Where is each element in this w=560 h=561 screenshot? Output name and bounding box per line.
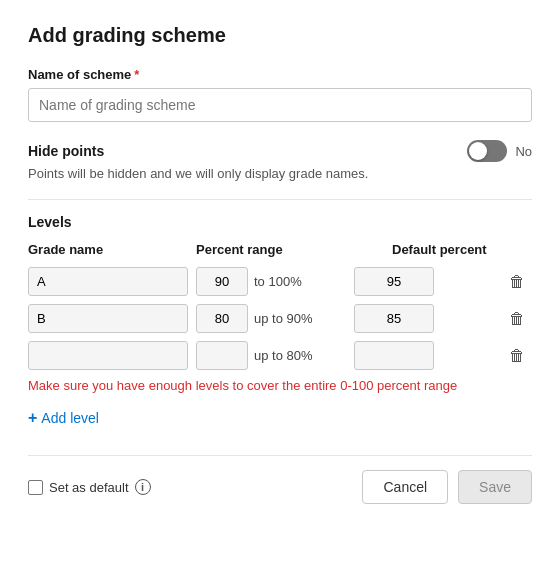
cancel-button[interactable]: Cancel [362, 470, 448, 504]
range-from-input-3[interactable] [196, 341, 248, 370]
delete-row-button-3[interactable]: 🗑 [502, 345, 532, 367]
default-percent-input-3[interactable] [354, 341, 434, 370]
page-title: Add grading scheme [28, 24, 532, 47]
error-message: Make sure you have enough levels to cove… [28, 378, 532, 393]
hide-points-toggle[interactable] [467, 140, 507, 162]
hide-points-description: Points will be hidden and we will only d… [28, 166, 532, 181]
hide-points-row: Hide points No [28, 140, 532, 162]
trash-icon-2: 🗑 [509, 310, 525, 328]
grade-name-input-2[interactable] [28, 304, 188, 333]
add-level-label: Add level [41, 410, 99, 426]
default-percent-input-2[interactable] [354, 304, 434, 333]
range-label-3: up to 80% [254, 348, 313, 363]
toggle-knob [469, 142, 487, 160]
scheme-name-label: Name of scheme* [28, 67, 532, 82]
required-indicator: * [134, 67, 139, 82]
grade-name-input-3[interactable] [28, 341, 188, 370]
percent-range-cell-2: up to 90% [196, 304, 346, 333]
add-icon: + [28, 409, 37, 427]
grade-name-header: Grade name [28, 242, 188, 257]
set-default-checkbox[interactable] [28, 480, 43, 495]
default-percent-header: Default percent [392, 242, 532, 257]
set-default-label: Set as default [49, 480, 129, 495]
range-label-1: to 100% [254, 274, 302, 289]
scheme-name-field: Name of scheme* [28, 67, 532, 122]
range-from-input-1[interactable] [196, 267, 248, 296]
save-button[interactable]: Save [458, 470, 532, 504]
range-label-2: up to 90% [254, 311, 313, 326]
default-percent-input-1[interactable] [354, 267, 434, 296]
percent-range-header: Percent range [196, 242, 384, 257]
footer: Set as default i Cancel Save [28, 455, 532, 504]
table-row: up to 90% 🗑 [28, 304, 532, 333]
levels-title: Levels [28, 214, 532, 230]
trash-icon-1: 🗑 [509, 273, 525, 291]
info-icon[interactable]: i [135, 479, 151, 495]
grade-name-input-1[interactable] [28, 267, 188, 296]
percent-range-cell-1: to 100% [196, 267, 346, 296]
hide-points-label: Hide points [28, 143, 104, 159]
set-default-area: Set as default i [28, 479, 151, 495]
table-row: up to 80% 🗑 [28, 341, 532, 370]
add-level-button[interactable]: + Add level [28, 405, 99, 431]
delete-row-button-2[interactable]: 🗑 [502, 308, 532, 330]
percent-range-cell-3: up to 80% [196, 341, 346, 370]
table-row: to 100% 🗑 [28, 267, 532, 296]
range-from-input-2[interactable] [196, 304, 248, 333]
trash-icon-3: 🗑 [509, 347, 525, 365]
levels-header: Grade name Percent range Default percent [28, 238, 532, 261]
toggle-state-label: No [515, 144, 532, 159]
footer-buttons: Cancel Save [362, 470, 532, 504]
divider [28, 199, 532, 200]
delete-row-button-1[interactable]: 🗑 [502, 271, 532, 293]
scheme-name-input[interactable] [28, 88, 532, 122]
toggle-area: No [467, 140, 532, 162]
